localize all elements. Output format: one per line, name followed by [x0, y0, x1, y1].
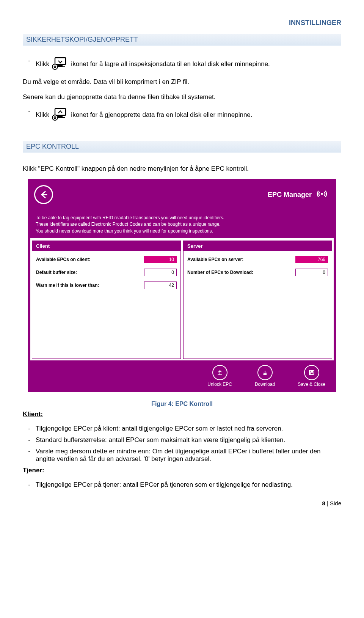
page-corner-header: INNSTILLINGER — [23, 19, 341, 27]
client-panel: Client Available EPCs on client: 10 Defa… — [32, 241, 181, 359]
paragraph: Senere kan du gjenopprette data fra denn… — [23, 92, 341, 102]
server-panel: Server Available EPCs on server: 766 Num… — [183, 241, 332, 359]
bullet-save-icon: - Klikk ikonet for å lagre all inspeksjo… — [23, 57, 341, 72]
section-epc-kontroll: EPC KONTROLL — [23, 141, 341, 153]
text: ikonet for å lagre all inspeksjonsdata t… — [71, 60, 270, 68]
svg-rect-1 — [58, 65, 63, 66]
paragraph: Klikk "EPC Kontroll" knappen på den nedr… — [23, 164, 341, 174]
save-to-disk-icon — [52, 57, 69, 72]
download-icon — [257, 365, 273, 380]
server-download-value[interactable]: 0 — [295, 269, 328, 276]
svg-rect-6 — [58, 116, 63, 117]
epc-manager-screenshot: EPC Manager To be able to tag equipment … — [28, 179, 336, 392]
client-buffer-label: Default buffer size: — [36, 270, 77, 275]
restore-from-disk-icon — [52, 108, 69, 123]
svg-rect-16 — [310, 373, 313, 374]
klient-subheading: Klient: — [23, 410, 341, 418]
server-available-label: Available EPCs on server: — [187, 257, 243, 262]
download-button[interactable]: Download — [255, 365, 275, 387]
wireless-icon — [315, 189, 328, 200]
text: Klikk — [36, 111, 51, 118]
client-buffer-value[interactable]: 0 — [144, 269, 177, 276]
paragraph: Du må velge et område. Data vil bli komp… — [23, 77, 341, 87]
svg-rect-15 — [311, 370, 313, 372]
client-available-label: Available EPCs on client: — [36, 257, 91, 262]
svg-point-11 — [321, 193, 323, 195]
text: Klikk — [36, 60, 51, 68]
server-available-value[interactable]: 766 — [295, 256, 328, 263]
svg-rect-5 — [55, 109, 66, 115]
section-backup-restore: SIKKERHETSKOPI/GJENOPPRETT — [23, 34, 341, 46]
bullet-restore-icon: - Klikk ikonet for å gjenopprette data f… — [23, 108, 341, 123]
epc-info-strip: To be able to tag equipment with RFID re… — [30, 211, 334, 238]
list-item: - Standard bufferstørrelse: antall EPCer… — [23, 436, 341, 444]
figure-caption: Figur 4: EPC Kontroll — [23, 401, 341, 407]
epc-title: EPC Manager — [268, 191, 312, 199]
text: ikonet for å gjenopprette data fra en lo… — [71, 111, 252, 118]
save-icon — [304, 365, 319, 380]
list-item: - Tilgjengelige EPCer på tjener: antall … — [23, 481, 341, 489]
server-panel-header: Server — [184, 241, 332, 251]
list-item: - Tilgjengelige EPCer på klient: antall … — [23, 425, 341, 432]
save-close-button[interactable]: Save & Close — [298, 365, 325, 387]
svg-point-4 — [54, 66, 56, 68]
svg-point-9 — [54, 116, 56, 118]
server-download-label: Number of EPCs to Download: — [187, 270, 253, 275]
unlock-epc-button[interactable]: Unlock EPC — [207, 365, 232, 387]
client-panel-header: Client — [32, 241, 180, 251]
list-item: - Varsle meg dersom dette er mindre enn:… — [23, 448, 341, 463]
tjener-subheading: Tjener: — [23, 467, 341, 474]
back-icon[interactable] — [34, 185, 53, 204]
client-warn-label: Warn me if this is lower than: — [36, 283, 99, 288]
client-warn-value[interactable]: 42 — [144, 281, 177, 289]
client-available-value[interactable]: 10 — [144, 256, 177, 263]
upload-icon — [212, 365, 228, 380]
page-footer: 8 | Side — [23, 500, 341, 506]
